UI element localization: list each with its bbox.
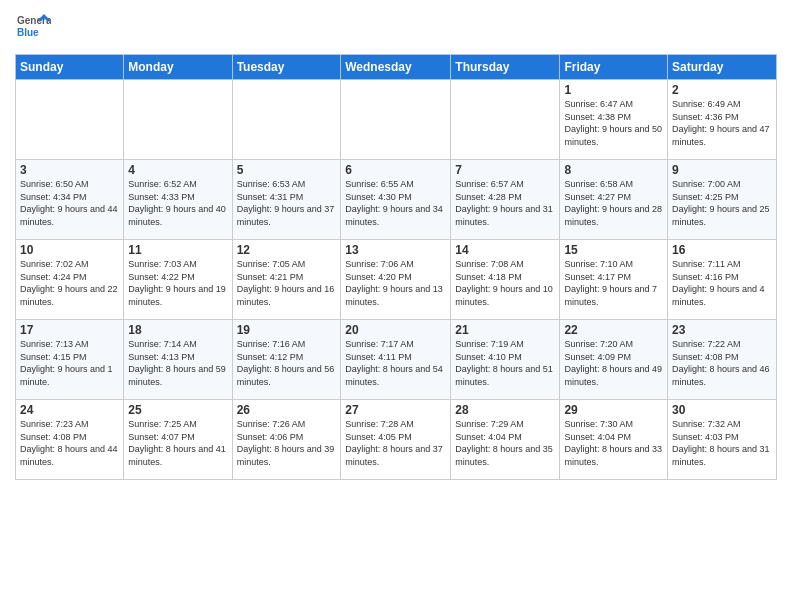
day-number: 16 [672, 243, 772, 257]
calendar-cell: 24Sunrise: 7:23 AM Sunset: 4:08 PM Dayli… [16, 400, 124, 480]
day-info: Sunrise: 7:13 AM Sunset: 4:15 PM Dayligh… [20, 338, 119, 388]
day-number: 10 [20, 243, 119, 257]
calendar-cell: 19Sunrise: 7:16 AM Sunset: 4:12 PM Dayli… [232, 320, 341, 400]
calendar-cell: 30Sunrise: 7:32 AM Sunset: 4:03 PM Dayli… [668, 400, 777, 480]
column-header-sunday: Sunday [16, 55, 124, 80]
day-info: Sunrise: 7:16 AM Sunset: 4:12 PM Dayligh… [237, 338, 337, 388]
day-info: Sunrise: 7:29 AM Sunset: 4:04 PM Dayligh… [455, 418, 555, 468]
calendar-cell: 23Sunrise: 7:22 AM Sunset: 4:08 PM Dayli… [668, 320, 777, 400]
day-info: Sunrise: 7:23 AM Sunset: 4:08 PM Dayligh… [20, 418, 119, 468]
calendar-cell: 17Sunrise: 7:13 AM Sunset: 4:15 PM Dayli… [16, 320, 124, 400]
day-info: Sunrise: 7:05 AM Sunset: 4:21 PM Dayligh… [237, 258, 337, 308]
day-info: Sunrise: 6:52 AM Sunset: 4:33 PM Dayligh… [128, 178, 227, 228]
column-header-thursday: Thursday [451, 55, 560, 80]
day-info: Sunrise: 6:49 AM Sunset: 4:36 PM Dayligh… [672, 98, 772, 148]
column-header-tuesday: Tuesday [232, 55, 341, 80]
day-info: Sunrise: 6:53 AM Sunset: 4:31 PM Dayligh… [237, 178, 337, 228]
calendar-cell: 14Sunrise: 7:08 AM Sunset: 4:18 PM Dayli… [451, 240, 560, 320]
day-info: Sunrise: 7:25 AM Sunset: 4:07 PM Dayligh… [128, 418, 227, 468]
day-number: 22 [564, 323, 663, 337]
calendar-cell: 1Sunrise: 6:47 AM Sunset: 4:38 PM Daylig… [560, 80, 668, 160]
day-number: 19 [237, 323, 337, 337]
day-info: Sunrise: 7:26 AM Sunset: 4:06 PM Dayligh… [237, 418, 337, 468]
calendar-cell: 21Sunrise: 7:19 AM Sunset: 4:10 PM Dayli… [451, 320, 560, 400]
day-info: Sunrise: 6:50 AM Sunset: 4:34 PM Dayligh… [20, 178, 119, 228]
day-number: 6 [345, 163, 446, 177]
calendar-cell: 7Sunrise: 6:57 AM Sunset: 4:28 PM Daylig… [451, 160, 560, 240]
day-number: 5 [237, 163, 337, 177]
day-number: 27 [345, 403, 446, 417]
calendar-cell: 12Sunrise: 7:05 AM Sunset: 4:21 PM Dayli… [232, 240, 341, 320]
day-number: 11 [128, 243, 227, 257]
calendar-cell: 15Sunrise: 7:10 AM Sunset: 4:17 PM Dayli… [560, 240, 668, 320]
day-number: 2 [672, 83, 772, 97]
day-number: 13 [345, 243, 446, 257]
day-number: 9 [672, 163, 772, 177]
calendar-cell [451, 80, 560, 160]
day-number: 26 [237, 403, 337, 417]
day-info: Sunrise: 7:30 AM Sunset: 4:04 PM Dayligh… [564, 418, 663, 468]
day-info: Sunrise: 6:58 AM Sunset: 4:27 PM Dayligh… [564, 178, 663, 228]
week-row-1: 1Sunrise: 6:47 AM Sunset: 4:38 PM Daylig… [16, 80, 777, 160]
calendar-cell: 27Sunrise: 7:28 AM Sunset: 4:05 PM Dayli… [341, 400, 451, 480]
calendar-cell [124, 80, 232, 160]
day-info: Sunrise: 7:20 AM Sunset: 4:09 PM Dayligh… [564, 338, 663, 388]
week-row-4: 17Sunrise: 7:13 AM Sunset: 4:15 PM Dayli… [16, 320, 777, 400]
day-number: 30 [672, 403, 772, 417]
day-info: Sunrise: 7:10 AM Sunset: 4:17 PM Dayligh… [564, 258, 663, 308]
calendar-cell [16, 80, 124, 160]
day-number: 15 [564, 243, 663, 257]
week-row-2: 3Sunrise: 6:50 AM Sunset: 4:34 PM Daylig… [16, 160, 777, 240]
column-header-saturday: Saturday [668, 55, 777, 80]
day-number: 29 [564, 403, 663, 417]
day-number: 14 [455, 243, 555, 257]
day-number: 17 [20, 323, 119, 337]
calendar-cell: 28Sunrise: 7:29 AM Sunset: 4:04 PM Dayli… [451, 400, 560, 480]
day-info: Sunrise: 6:47 AM Sunset: 4:38 PM Dayligh… [564, 98, 663, 148]
day-info: Sunrise: 7:00 AM Sunset: 4:25 PM Dayligh… [672, 178, 772, 228]
calendar-cell: 20Sunrise: 7:17 AM Sunset: 4:11 PM Dayli… [341, 320, 451, 400]
calendar-cell [341, 80, 451, 160]
day-number: 4 [128, 163, 227, 177]
day-info: Sunrise: 7:32 AM Sunset: 4:03 PM Dayligh… [672, 418, 772, 468]
logo: General Blue [15, 10, 51, 46]
svg-text:Blue: Blue [17, 27, 39, 38]
calendar-cell: 3Sunrise: 6:50 AM Sunset: 4:34 PM Daylig… [16, 160, 124, 240]
calendar-cell: 10Sunrise: 7:02 AM Sunset: 4:24 PM Dayli… [16, 240, 124, 320]
day-number: 18 [128, 323, 227, 337]
day-number: 20 [345, 323, 446, 337]
calendar-cell: 22Sunrise: 7:20 AM Sunset: 4:09 PM Dayli… [560, 320, 668, 400]
calendar-cell [232, 80, 341, 160]
day-info: Sunrise: 7:02 AM Sunset: 4:24 PM Dayligh… [20, 258, 119, 308]
calendar-cell: 2Sunrise: 6:49 AM Sunset: 4:36 PM Daylig… [668, 80, 777, 160]
calendar-cell: 18Sunrise: 7:14 AM Sunset: 4:13 PM Dayli… [124, 320, 232, 400]
day-number: 25 [128, 403, 227, 417]
day-info: Sunrise: 7:03 AM Sunset: 4:22 PM Dayligh… [128, 258, 227, 308]
day-info: Sunrise: 7:22 AM Sunset: 4:08 PM Dayligh… [672, 338, 772, 388]
day-number: 21 [455, 323, 555, 337]
calendar-cell: 11Sunrise: 7:03 AM Sunset: 4:22 PM Dayli… [124, 240, 232, 320]
calendar-cell: 29Sunrise: 7:30 AM Sunset: 4:04 PM Dayli… [560, 400, 668, 480]
week-row-5: 24Sunrise: 7:23 AM Sunset: 4:08 PM Dayli… [16, 400, 777, 480]
day-info: Sunrise: 7:19 AM Sunset: 4:10 PM Dayligh… [455, 338, 555, 388]
page-header: General Blue [15, 10, 777, 46]
calendar-cell: 25Sunrise: 7:25 AM Sunset: 4:07 PM Dayli… [124, 400, 232, 480]
day-info: Sunrise: 7:06 AM Sunset: 4:20 PM Dayligh… [345, 258, 446, 308]
calendar-cell: 16Sunrise: 7:11 AM Sunset: 4:16 PM Dayli… [668, 240, 777, 320]
day-number: 7 [455, 163, 555, 177]
day-number: 8 [564, 163, 663, 177]
calendar-cell: 4Sunrise: 6:52 AM Sunset: 4:33 PM Daylig… [124, 160, 232, 240]
day-info: Sunrise: 6:55 AM Sunset: 4:30 PM Dayligh… [345, 178, 446, 228]
calendar-cell: 5Sunrise: 6:53 AM Sunset: 4:31 PM Daylig… [232, 160, 341, 240]
day-number: 28 [455, 403, 555, 417]
day-info: Sunrise: 7:28 AM Sunset: 4:05 PM Dayligh… [345, 418, 446, 468]
day-number: 23 [672, 323, 772, 337]
calendar-cell: 13Sunrise: 7:06 AM Sunset: 4:20 PM Dayli… [341, 240, 451, 320]
calendar-cell: 8Sunrise: 6:58 AM Sunset: 4:27 PM Daylig… [560, 160, 668, 240]
logo-svg: General Blue [15, 10, 51, 46]
day-number: 12 [237, 243, 337, 257]
column-header-wednesday: Wednesday [341, 55, 451, 80]
column-header-monday: Monday [124, 55, 232, 80]
calendar-cell: 9Sunrise: 7:00 AM Sunset: 4:25 PM Daylig… [668, 160, 777, 240]
calendar-cell: 26Sunrise: 7:26 AM Sunset: 4:06 PM Dayli… [232, 400, 341, 480]
